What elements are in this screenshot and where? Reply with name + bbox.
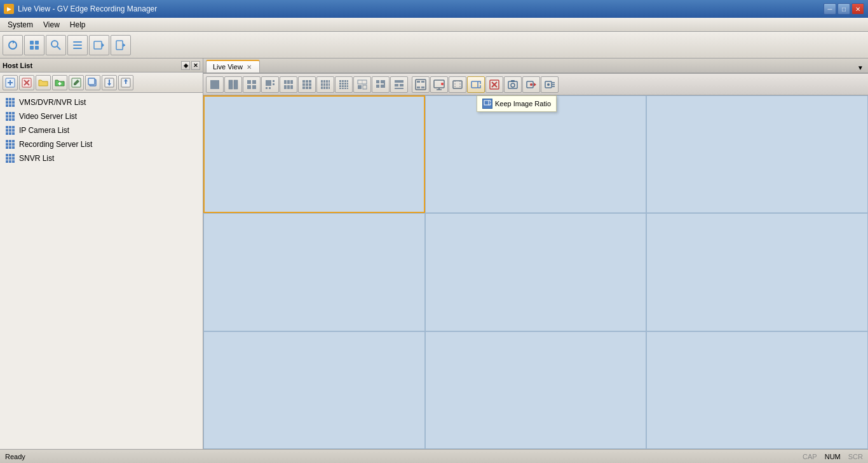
export-button[interactable] bbox=[111, 35, 131, 55]
host-item-ip-camera[interactable]: IP Camera List bbox=[0, 123, 203, 137]
host-item-recording-server[interactable]: Recording Server List bbox=[0, 137, 203, 151]
view-close-all-button[interactable] bbox=[485, 76, 503, 93]
svg-rect-48 bbox=[287, 85, 290, 89]
host-import-button[interactable] bbox=[102, 75, 117, 90]
app-icon: ▶ bbox=[4, 4, 14, 14]
layout-2up-button[interactable] bbox=[224, 76, 242, 93]
status-text: Ready bbox=[5, 453, 25, 460]
host-item-video-server[interactable]: Video Server List bbox=[0, 109, 203, 123]
host-add-button[interactable] bbox=[3, 75, 18, 90]
svg-point-120 bbox=[530, 83, 532, 86]
svg-rect-41 bbox=[273, 83, 275, 85]
host-item-snvr[interactable]: SNVR List bbox=[0, 151, 203, 165]
search-button[interactable] bbox=[46, 35, 66, 55]
host-item-vms-label: VMS/DVR/NVR List bbox=[19, 98, 86, 107]
layout-4x4-button[interactable] bbox=[335, 76, 353, 93]
live-panel: Live View ✕ ▼ bbox=[203, 59, 868, 449]
host-edit-button[interactable] bbox=[69, 75, 84, 90]
tab-bar: Live View ✕ ▼ bbox=[203, 59, 868, 74]
svg-rect-127 bbox=[484, 100, 489, 105]
view-monitor-button[interactable] bbox=[430, 76, 448, 93]
video-cell-0-1[interactable] bbox=[425, 95, 647, 213]
svg-marker-121 bbox=[534, 83, 536, 86]
svg-marker-14 bbox=[123, 43, 125, 47]
tab-scroll-arrow[interactable]: ▼ bbox=[855, 62, 865, 73]
host-delete-button[interactable] bbox=[19, 75, 34, 90]
live-view-tab[interactable]: Live View ✕ bbox=[206, 60, 260, 73]
layout-custom2-button[interactable] bbox=[390, 76, 408, 93]
svg-rect-103 bbox=[417, 86, 420, 88]
list-icon-vms bbox=[5, 97, 15, 107]
svg-rect-45 bbox=[287, 80, 290, 84]
view-keep-ratio-button[interactable] bbox=[467, 76, 485, 93]
host-add-item-button[interactable] bbox=[52, 75, 67, 90]
svg-rect-44 bbox=[284, 80, 287, 84]
view-record-button[interactable] bbox=[522, 76, 540, 93]
svg-rect-75 bbox=[339, 83, 341, 85]
svg-rect-53 bbox=[302, 83, 305, 86]
host-export-list-button[interactable] bbox=[118, 75, 133, 90]
tooltip-text: Keep Image Ratio bbox=[495, 100, 551, 107]
close-button[interactable]: ✕ bbox=[851, 3, 864, 15]
list-icon-snvr bbox=[5, 153, 15, 163]
menu-system[interactable]: System bbox=[3, 19, 38, 31]
svg-rect-1 bbox=[30, 41, 34, 45]
panel-pin-button[interactable]: ◈ bbox=[181, 61, 190, 70]
video-cell-2-0[interactable] bbox=[203, 331, 425, 449]
menu-help[interactable]: Help bbox=[65, 19, 91, 31]
svg-rect-76 bbox=[342, 83, 344, 85]
svg-rect-64 bbox=[323, 83, 325, 86]
svg-rect-89 bbox=[358, 85, 362, 89]
svg-point-117 bbox=[511, 83, 515, 87]
svg-rect-102 bbox=[421, 81, 424, 83]
list-button[interactable] bbox=[67, 35, 88, 55]
svg-rect-9 bbox=[73, 48, 82, 49]
svg-rect-93 bbox=[376, 85, 379, 88]
video-cell-2-2[interactable] bbox=[646, 331, 868, 449]
video-cell-2-1[interactable] bbox=[425, 331, 647, 449]
layout-2x2-button[interactable] bbox=[243, 76, 261, 93]
host-copy-button[interactable] bbox=[85, 75, 100, 90]
svg-rect-49 bbox=[290, 85, 293, 89]
video-cell-1-2[interactable] bbox=[646, 213, 868, 331]
layout-1x1-button[interactable] bbox=[206, 76, 224, 93]
svg-rect-101 bbox=[417, 81, 420, 83]
restore-button[interactable]: □ bbox=[837, 3, 850, 15]
video-button[interactable] bbox=[89, 35, 109, 55]
layout-5x5-button[interactable] bbox=[353, 76, 371, 93]
svg-marker-11 bbox=[102, 43, 104, 48]
video-cell-0-0[interactable] bbox=[203, 95, 425, 213]
menu-view[interactable]: View bbox=[38, 19, 65, 31]
layout-3x4-button[interactable] bbox=[316, 76, 334, 93]
svg-rect-35 bbox=[247, 80, 251, 84]
main-toolbar bbox=[0, 32, 868, 59]
num-indicator: NUM bbox=[825, 453, 841, 460]
layout-custom1-button[interactable] bbox=[372, 76, 390, 93]
svg-rect-92 bbox=[381, 80, 384, 83]
host-item-recording-server-label: Recording Server List bbox=[19, 140, 92, 149]
svg-rect-33 bbox=[229, 80, 233, 89]
layout-1p3-button[interactable] bbox=[261, 76, 279, 93]
layout-2x3-button[interactable] bbox=[280, 76, 297, 93]
host-item-vms[interactable]: VMS/DVR/NVR List bbox=[0, 95, 203, 109]
video-cell-0-2[interactable] bbox=[646, 95, 868, 213]
refresh-button[interactable] bbox=[3, 35, 23, 55]
panel-close-button[interactable]: ✕ bbox=[191, 61, 200, 70]
view-aspect-button[interactable] bbox=[449, 76, 466, 93]
minimize-button[interactable]: ─ bbox=[824, 3, 836, 15]
host-folder-button[interactable] bbox=[36, 75, 51, 90]
view-snapshot-button[interactable] bbox=[504, 76, 522, 93]
view-fullscreen-button[interactable] bbox=[412, 76, 430, 93]
config-button[interactable] bbox=[24, 35, 44, 55]
svg-rect-38 bbox=[252, 85, 256, 89]
view-settings-button[interactable] bbox=[541, 76, 559, 93]
svg-rect-50 bbox=[302, 80, 305, 83]
tab-close-button[interactable]: ✕ bbox=[245, 63, 253, 71]
list-icon-recording-server bbox=[5, 139, 15, 149]
video-cell-1-0[interactable] bbox=[203, 213, 425, 331]
layout-3x3-button[interactable] bbox=[298, 76, 316, 93]
svg-rect-78 bbox=[347, 83, 348, 85]
host-panel-header: Host List ◈ ✕ bbox=[0, 59, 203, 73]
host-panel: Host List ◈ ✕ bbox=[0, 59, 203, 449]
video-cell-1-1[interactable] bbox=[425, 213, 647, 331]
